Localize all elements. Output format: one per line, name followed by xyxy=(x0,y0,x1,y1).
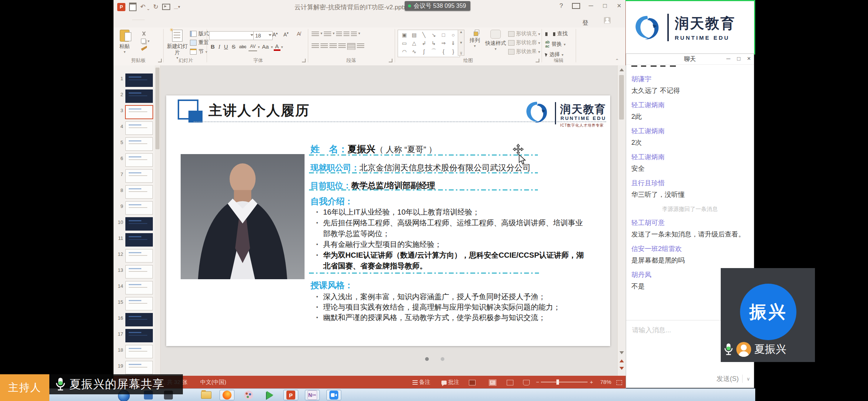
bullets-icon[interactable] xyxy=(312,31,319,37)
slide-thumbnail[interactable]: 4 xyxy=(114,121,160,137)
taskbar-firefox-button[interactable] xyxy=(220,390,234,400)
font-name-combo[interactable] xyxy=(209,31,254,40)
send-button[interactable]: 发送(S) xyxy=(716,374,739,383)
chat-maximize-button[interactable]: □ xyxy=(737,54,740,63)
justify-icon[interactable] xyxy=(338,43,346,49)
thumbnail-scrollbar[interactable] xyxy=(155,65,160,376)
fit-to-window-button[interactable] xyxy=(617,376,622,388)
chat-minimize-button[interactable]: ─ xyxy=(726,54,730,63)
bold-button[interactable]: B xyxy=(209,43,216,51)
character-spacing-button[interactable]: AV xyxy=(249,42,257,51)
grow-font-button[interactable]: A▴ xyxy=(272,31,278,38)
taskbar-paint-button[interactable] xyxy=(241,390,256,400)
nav-dot-1[interactable] xyxy=(425,357,429,361)
slide-thumbnail[interactable]: 2 xyxy=(114,89,160,105)
find-button[interactable]: 查找 xyxy=(545,30,568,37)
taskbar-powerpoint-button[interactable]: P xyxy=(283,390,298,400)
shrink-font-button[interactable]: A▾ xyxy=(283,31,289,38)
increase-indent-icon[interactable] xyxy=(343,31,349,37)
undo-icon[interactable]: ↶ ˬ xyxy=(140,4,149,10)
video-overlay[interactable]: 振兴 夏振兴 xyxy=(721,268,815,362)
account-icon[interactable] xyxy=(604,17,611,24)
slide-sorter-button[interactable] xyxy=(488,376,497,388)
change-case-button[interactable]: Aa xyxy=(260,43,270,51)
font-dialog-launcher[interactable] xyxy=(302,59,306,62)
taskbar-sniptool-button[interactable]: N✂ xyxy=(305,390,320,400)
zoom-slider[interactable] xyxy=(541,382,588,382)
previous-slide-icon[interactable] xyxy=(619,359,624,362)
line-spacing-icon[interactable] xyxy=(351,31,357,37)
clipboard-dialog-launcher[interactable] xyxy=(158,59,162,62)
taskbar-explorer-button[interactable] xyxy=(199,390,214,400)
align-right-icon[interactable] xyxy=(329,43,337,49)
quick-styles-button[interactable]: 快速样式▾ xyxy=(484,30,507,51)
replace-button[interactable]: abac替换▾ xyxy=(545,40,568,48)
font-color-button[interactable]: A xyxy=(274,43,280,51)
slide-thumbnail[interactable]: 8 xyxy=(114,185,160,200)
zoom-in-button[interactable]: + xyxy=(590,376,593,388)
slide-thumbnail[interactable]: 16 xyxy=(114,312,160,328)
decrease-indent-icon[interactable] xyxy=(336,31,342,37)
scroll-down-icon[interactable] xyxy=(619,351,624,354)
shapes-gallery-scroll[interactable]: ▲▼⊽ xyxy=(458,30,464,56)
slide-thumbnail[interactable]: 6 xyxy=(114,153,160,169)
taskbar-player-button[interactable] xyxy=(263,390,277,400)
shape-effects-button[interactable]: 形状效果▾ xyxy=(508,48,540,55)
close-button[interactable]: × xyxy=(616,1,622,10)
language-indicator[interactable]: 中文(中国) xyxy=(200,376,226,388)
canvas-scrollbar[interactable] xyxy=(617,65,626,376)
ribbon-options-icon[interactable] xyxy=(572,3,580,9)
slideshow-button[interactable] xyxy=(522,376,530,388)
slide-thumbnail[interactable]: 17 xyxy=(114,328,160,344)
align-left-icon[interactable] xyxy=(312,43,319,49)
shapes-gallery[interactable]: ▣▤ ╲↘ □○ ▭△ ↲↳ ⇒⇓ ◠∿ ʃ⌒ {} xyxy=(398,30,460,57)
notes-button[interactable]: 备注 xyxy=(412,376,430,388)
zoom-out-button[interactable]: − xyxy=(536,376,539,388)
slide[interactable]: 主讲人个人履历 润天教育 RUNTIME EDU ICT数字化人才培养专家 xyxy=(166,95,610,346)
nav-dot-2[interactable] xyxy=(441,357,444,361)
ribbon-tab[interactable] xyxy=(132,20,145,20)
paste-button[interactable]: 粘贴▾ xyxy=(119,30,130,54)
slide-thumbnail[interactable]: 13 xyxy=(114,264,160,280)
maximize-button[interactable]: □ xyxy=(602,2,608,10)
align-center-icon[interactable] xyxy=(320,43,328,49)
cut-button[interactable] xyxy=(141,31,149,36)
chat-close-button[interactable]: × xyxy=(747,54,751,63)
slide-thumbnail[interactable]: 7 xyxy=(114,169,160,185)
slide-thumbnail[interactable]: 10 xyxy=(114,216,160,232)
paragraph-dialog-launcher[interactable] xyxy=(389,59,392,62)
slide-thumbnail[interactable]: 5 xyxy=(114,137,160,153)
taskbar-meeting-button[interactable] xyxy=(326,390,341,400)
slide-thumbnail[interactable]: 12 xyxy=(114,248,160,264)
arrange-button[interactable]: 排列▾ xyxy=(467,30,483,48)
new-slide-button[interactable]: 新建幻灯片▾ xyxy=(166,30,188,60)
save-icon[interactable] xyxy=(129,3,137,11)
slide-thumbnail[interactable]: 15 xyxy=(114,296,160,312)
format-painter-button[interactable] xyxy=(141,46,149,51)
scroll-thumb[interactable] xyxy=(619,75,624,120)
help-button[interactable]: ? xyxy=(558,2,565,10)
slide-thumbnail[interactable]: 11 xyxy=(114,232,160,248)
text-direction-icon[interactable] xyxy=(357,43,364,49)
columns-icon[interactable] xyxy=(347,43,355,50)
next-slide-icon[interactable] xyxy=(619,367,624,370)
collapse-ribbon-icon[interactable]: ⌃ xyxy=(615,58,619,63)
redo-icon[interactable]: ↻ xyxy=(153,4,158,10)
shadow-button[interactable]: S xyxy=(230,43,237,51)
send-options-icon[interactable]: ∨ xyxy=(746,376,750,382)
shape-fill-button[interactable]: 形状填充▾ xyxy=(508,30,540,37)
slide-thumbnail[interactable]: 9 xyxy=(114,200,160,216)
scroll-up-icon[interactable] xyxy=(619,68,624,71)
zoom-level[interactable]: 78% xyxy=(600,376,611,388)
slide-thumbnail[interactable]: 3 xyxy=(114,105,160,121)
start-slideshow-icon[interactable] xyxy=(162,4,170,10)
zoom-slider-thumb[interactable] xyxy=(556,379,559,385)
slide-thumbnail[interactable]: 1 xyxy=(114,73,160,89)
underline-button[interactable]: U xyxy=(223,43,230,51)
normal-view-button[interactable] xyxy=(468,376,476,388)
slide-thumbnail[interactable]: 14 xyxy=(114,280,160,296)
minimize-button[interactable]: ─ xyxy=(588,2,594,10)
clear-formatting-icon[interactable]: A̸ xyxy=(297,30,300,37)
comments-button[interactable]: 批注 xyxy=(441,376,459,388)
slide-thumbnail[interactable]: 19 xyxy=(114,360,160,376)
